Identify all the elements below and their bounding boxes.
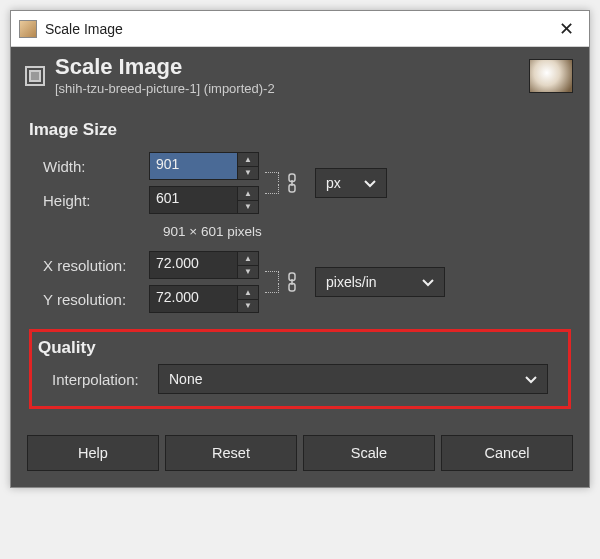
- section-quality-heading: Quality: [38, 338, 562, 358]
- dialog-footer: Help Reset Scale Cancel: [11, 425, 589, 487]
- height-value[interactable]: 601: [150, 187, 238, 213]
- spin-up-icon[interactable]: ▲: [238, 153, 258, 167]
- size-unit-select[interactable]: px: [315, 168, 387, 198]
- chevron-down-icon: [525, 371, 537, 387]
- spin-up-icon[interactable]: ▲: [238, 187, 258, 201]
- xres-input[interactable]: 72.000 ▲ ▼: [149, 251, 259, 279]
- height-input[interactable]: 601 ▲ ▼: [149, 186, 259, 214]
- spin-down-icon[interactable]: ▼: [238, 266, 258, 279]
- yres-label: Y resolution:: [29, 291, 149, 308]
- close-icon: ✕: [559, 18, 574, 40]
- interpolation-select[interactable]: None: [158, 364, 548, 394]
- res-unit-value: pixels/in: [326, 274, 377, 290]
- scale-button[interactable]: Scale: [303, 435, 435, 471]
- res-unit-select[interactable]: pixels/in: [315, 267, 445, 297]
- thumbnail-preview: [529, 59, 573, 93]
- interpolation-value: None: [169, 371, 202, 387]
- section-image-size-heading: Image Size: [29, 120, 571, 140]
- dialog-subtitle: [shih-tzu-breed-picture-1] (imported)-2: [55, 81, 529, 96]
- yres-value[interactable]: 72.000: [150, 286, 238, 312]
- chain-link-size[interactable]: [265, 172, 305, 194]
- xres-value[interactable]: 72.000: [150, 252, 238, 278]
- yres-input[interactable]: 72.000 ▲ ▼: [149, 285, 259, 313]
- dialog-title: Scale Image: [55, 55, 529, 79]
- close-button[interactable]: ✕: [543, 11, 589, 46]
- help-button[interactable]: Help: [27, 435, 159, 471]
- reset-button[interactable]: Reset: [165, 435, 297, 471]
- width-label: Width:: [29, 158, 149, 175]
- xres-label: X resolution:: [29, 257, 149, 274]
- dialog-header: Scale Image [shih-tzu-breed-picture-1] (…: [11, 47, 589, 106]
- chevron-down-icon: [422, 274, 434, 290]
- spin-up-icon[interactable]: ▲: [238, 252, 258, 266]
- scale-image-dialog: Scale Image ✕ Scale Image [shih-tzu-bree…: [10, 10, 590, 488]
- size-unit-value: px: [326, 175, 341, 191]
- spin-down-icon[interactable]: ▼: [238, 201, 258, 214]
- width-value[interactable]: 901: [150, 153, 238, 179]
- svg-rect-1: [30, 71, 40, 81]
- chevron-down-icon: [364, 175, 376, 191]
- cancel-button[interactable]: Cancel: [441, 435, 573, 471]
- window-title: Scale Image: [45, 21, 543, 37]
- chain-icon: [283, 271, 301, 293]
- titlebar: Scale Image ✕: [11, 11, 589, 47]
- quality-section: Quality Interpolation: None: [29, 329, 571, 409]
- spin-up-icon[interactable]: ▲: [238, 286, 258, 300]
- height-label: Height:: [29, 192, 149, 209]
- width-input[interactable]: 901 ▲ ▼: [149, 152, 259, 180]
- pixel-dimensions-note: 901 × 601 pixels: [163, 224, 571, 239]
- chain-link-resolution[interactable]: [265, 271, 305, 293]
- spin-down-icon[interactable]: ▼: [238, 300, 258, 313]
- interp-label: Interpolation:: [38, 371, 158, 388]
- spin-down-icon[interactable]: ▼: [238, 167, 258, 180]
- scale-image-icon: [23, 64, 47, 88]
- chain-icon: [283, 172, 301, 194]
- app-icon: [19, 20, 37, 38]
